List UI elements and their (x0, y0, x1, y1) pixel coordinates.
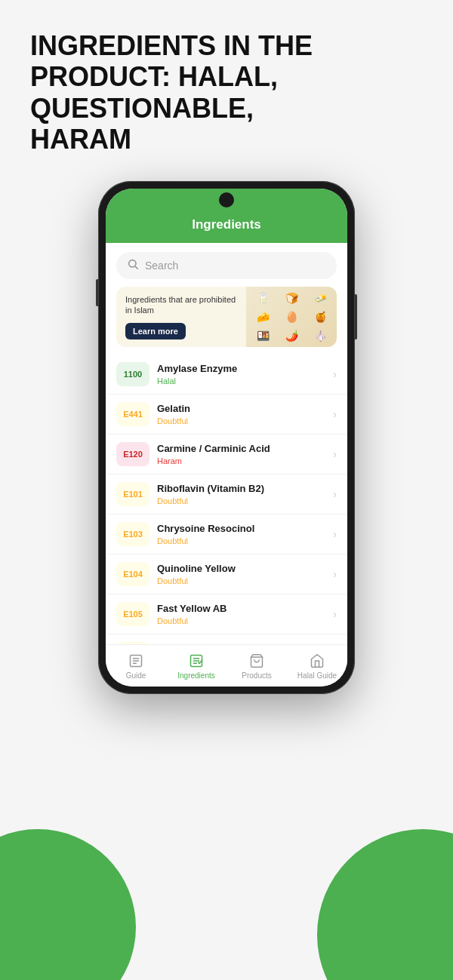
ingredient-info: Chrysoine Resocinol Doubtful (157, 523, 325, 546)
ingredient-badge: 1100 (116, 362, 149, 386)
ingredient-badge: E105 (116, 602, 149, 626)
ingredient-item[interactable]: E104 Quinoline Yellow Doubtful › (106, 555, 347, 594)
phone-status-bar (106, 189, 347, 211)
chevron-right-icon: › (333, 568, 337, 580)
ingredient-name: Amylase Enzyme (157, 363, 325, 376)
chevron-right-icon: › (333, 448, 337, 460)
halal-guide-icon (309, 653, 325, 669)
ingredient-item[interactable]: 1100 Amylase Enzyme Halal › (106, 355, 347, 395)
ingredient-info: Fast Yellow AB Doubtful (157, 603, 325, 626)
ingredient-badge: E441 (116, 402, 149, 426)
search-area: Search (106, 243, 347, 279)
phone-inner: Ingredients Search (106, 189, 347, 687)
ingredient-badge: E101 (116, 482, 149, 506)
ingredients-icon (188, 653, 205, 669)
ingredient-item[interactable]: Е106 Желтый 2G Doubtful › (106, 634, 347, 644)
ingredient-item[interactable]: E103 Chrysoine Resocinol Doubtful › (106, 515, 347, 555)
phone-outer: Ingredients Search (98, 181, 355, 694)
ingredient-info: Gelatin Doubtful (157, 403, 325, 426)
ingredient-item[interactable]: E120 Carmine / Carminic Acid Haram › (106, 435, 347, 475)
nav-label-halal-guide: Halal Guide (297, 671, 337, 680)
ingredient-item[interactable]: E105 Fast Yellow AB Doubtful › (106, 594, 347, 634)
app-header-title: Ingredients (192, 217, 261, 232)
ingredient-badge: E120 (116, 442, 149, 466)
bg-circle-left (0, 829, 136, 980)
svg-line-1 (135, 266, 138, 269)
app-header: Ingredients (106, 211, 347, 243)
chevron-right-icon: › (333, 528, 337, 540)
banner-text: Ingredients that are prohibited in Islam (125, 294, 239, 316)
ingredient-item[interactable]: E101 Riboflavin (Vitamin B2) Doubtful › (106, 475, 347, 515)
nav-item-ingredients[interactable]: Ingredients (166, 645, 226, 687)
ingredient-status: Doubtful (157, 616, 325, 625)
products-icon (248, 653, 265, 669)
search-icon (127, 258, 139, 273)
ingredient-name: Quinoline Yellow (157, 563, 325, 576)
ingredient-badge: E103 (116, 522, 149, 546)
ingredient-status: Halal (157, 376, 325, 386)
chevron-right-icon: › (333, 408, 337, 420)
ingredient-info: Amylase Enzyme Halal (157, 363, 325, 386)
ingredient-status: Doubtful (157, 496, 325, 505)
ingredient-name: Carmine / Carminic Acid (157, 443, 325, 456)
chevron-right-icon: › (333, 488, 337, 500)
ingredient-item[interactable]: E441 Gelatin Doubtful › (106, 395, 347, 435)
phone-wrapper: Ingredients Search (98, 181, 355, 694)
svg-point-0 (129, 260, 136, 267)
nav-label-guide: Guide (126, 671, 146, 680)
guide-icon (128, 653, 144, 669)
chevron-right-icon: › (333, 608, 337, 620)
search-placeholder: Search (145, 260, 178, 272)
nav-item-products[interactable]: Products (226, 645, 287, 687)
ingredient-status: Doubtful (157, 416, 325, 425)
ingredient-info: Carmine / Carminic Acid Haram (157, 443, 325, 466)
nav-label-ingredients: Ingredients (177, 671, 214, 680)
nav-label-products: Products (242, 671, 271, 680)
page-title-block: INGREDIENTS IN THE PRODUCT: HALAL, QUEST… (30, 30, 423, 155)
ingredient-name: Riboflavin (Vitamin B2) (157, 483, 325, 496)
learn-more-button[interactable]: Learn more (125, 323, 186, 339)
ingredient-name: Gelatin (157, 403, 325, 416)
ingredient-info: Riboflavin (Vitamin B2) Doubtful (157, 483, 325, 506)
ingredients-list: 1100 Amylase Enzyme Halal › E441 Gelatin… (106, 355, 347, 644)
ingredient-badge: E104 (116, 562, 149, 586)
promo-banner: Ingredients that are prohibited in Islam… (116, 287, 337, 347)
chevron-right-icon: › (333, 368, 337, 380)
ingredient-status: Haram (157, 456, 325, 465)
page-title: INGREDIENTS IN THE PRODUCT: HALAL, QUEST… (30, 30, 423, 155)
nav-item-guide[interactable]: Guide (106, 645, 166, 687)
banner-text-area: Ingredients that are prohibited in Islam… (116, 287, 246, 347)
ingredient-status: Doubtful (157, 536, 325, 545)
bottom-nav: Guide Ingredients (106, 644, 347, 687)
banner-food-grid: 🥛 🍞 🧈 🧀 🥚 🍯 🍱 🌶️ 🧄 (246, 287, 337, 347)
ingredient-name: Chrysoine Resocinol (157, 523, 325, 536)
ingredient-status: Doubtful (157, 576, 325, 585)
ingredient-name: Fast Yellow AB (157, 603, 325, 616)
search-bar[interactable]: Search (116, 252, 337, 279)
nav-item-halal-guide[interactable]: Halal Guide (287, 645, 347, 687)
banner-image: 🥛 🍞 🧈 🧀 🥚 🍯 🍱 🌶️ 🧄 (246, 287, 337, 347)
bg-circle-right (317, 829, 453, 980)
phone-notch (219, 192, 234, 207)
ingredient-info: Quinoline Yellow Doubtful (157, 563, 325, 586)
app-content: Search Ingredients that are prohibited i… (106, 243, 347, 644)
